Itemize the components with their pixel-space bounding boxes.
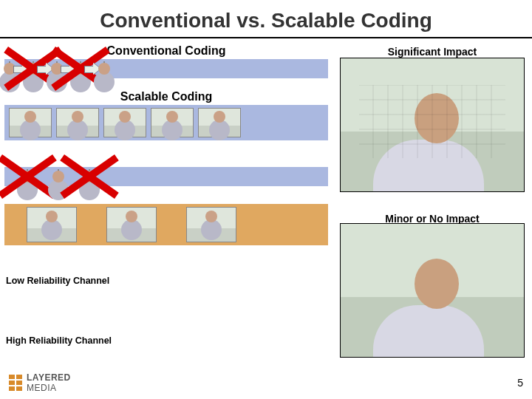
page-number: 5	[517, 377, 523, 389]
frame-thumb	[27, 169, 28, 183]
brand-name-bottom: MEDIA	[27, 383, 71, 393]
result-frame-degraded	[340, 58, 525, 192]
title-rule	[0, 37, 532, 38]
footer: LAYERED MEDIA 5	[0, 372, 532, 393]
slide-title: Conventional vs. Scalable Coding	[0, 0, 532, 37]
label-low-reliability: Low Reliability Channel	[6, 276, 109, 286]
high-reliability-strip	[4, 204, 328, 245]
frame-thumb	[89, 169, 90, 183]
frame-thumb	[56, 108, 99, 137]
label-scalable: Scalable Coding	[0, 89, 332, 105]
brand-logo-icon	[9, 375, 22, 391]
frame-thumb	[106, 207, 157, 242]
frame-thumb	[103, 61, 105, 75]
label-conventional: Conventional Coding	[0, 43, 332, 59]
frame-thumb	[9, 108, 52, 137]
label-high-reliability: High Reliability Channel	[6, 335, 112, 346]
label-significant-impact: Significant Impact	[340, 46, 525, 58]
low-reliability-strip	[4, 167, 328, 186]
brand-name-top: LAYERED	[27, 372, 71, 383]
frame-thumb	[27, 207, 77, 242]
conventional-strip	[4, 59, 328, 78]
frame-thumb	[151, 108, 194, 137]
brand-logo: LAYERED MEDIA	[9, 372, 71, 393]
frame-thumb	[56, 61, 58, 75]
frame-thumb	[198, 108, 241, 137]
scalable-strip-dense	[4, 105, 328, 140]
frame-thumb	[186, 207, 236, 242]
frame-thumb	[80, 61, 81, 75]
frame-thumb	[9, 61, 10, 75]
frame-thumb	[103, 108, 146, 137]
frame-thumb	[33, 61, 34, 75]
frame-thumb	[58, 169, 59, 183]
result-frame-clean	[340, 223, 525, 358]
